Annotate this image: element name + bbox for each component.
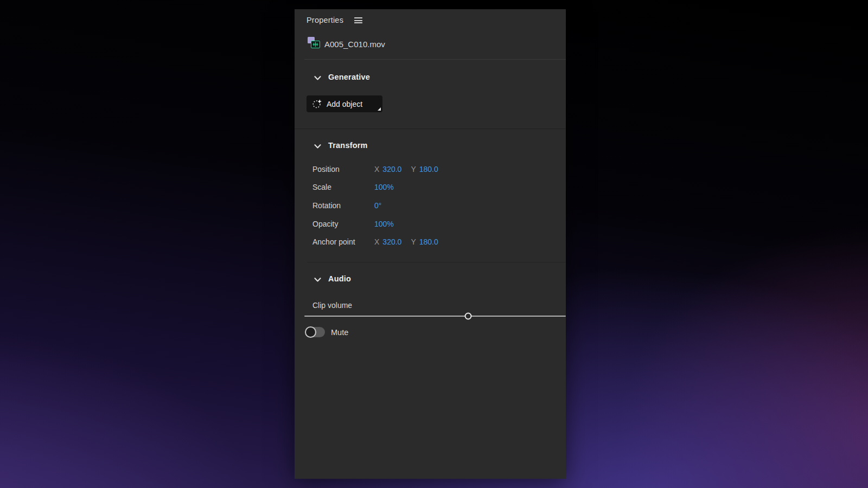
waveform-glyph xyxy=(312,42,318,47)
anchor-x-value[interactable]: 320.0 xyxy=(382,237,401,246)
axis-y-label: Y xyxy=(411,165,416,174)
transform-row-position: Position X320.0Y180.0 xyxy=(295,165,566,175)
row-label: Scale xyxy=(312,183,331,191)
properties-panel: Properties A005_C010.mov Generative Add … xyxy=(295,9,566,479)
transform-row-rotation: Rotation 0° xyxy=(295,201,566,211)
panel-title: Properties xyxy=(307,16,343,24)
row-label: Opacity xyxy=(312,220,338,228)
transform-row-opacity: Opacity 100% xyxy=(295,220,566,229)
mute-toggle[interactable] xyxy=(305,327,325,337)
chevron-down-icon[interactable] xyxy=(314,144,321,149)
section-title-audio[interactable]: Audio xyxy=(328,274,351,283)
anchor-y-value[interactable]: 180.0 xyxy=(419,237,438,246)
row-label: Position xyxy=(312,165,340,174)
clip-volume-label: Clip volume xyxy=(312,301,352,310)
clip-filename: A005_C010.mov xyxy=(324,40,385,49)
clip-volume-slider[interactable] xyxy=(304,313,566,319)
section-title-transform[interactable]: Transform xyxy=(328,141,368,150)
position-x-value[interactable]: 320.0 xyxy=(382,165,401,174)
opacity-value[interactable]: 100% xyxy=(374,220,394,228)
video-audio-clip-icon xyxy=(308,36,322,50)
chevron-down-icon[interactable] xyxy=(314,76,321,81)
position-y-value[interactable]: 180.0 xyxy=(419,165,438,174)
axis-y-label: Y xyxy=(411,237,416,246)
divider xyxy=(304,59,566,60)
mute-toggle-knob[interactable] xyxy=(305,326,316,338)
chevron-down-icon[interactable] xyxy=(314,278,321,282)
divider xyxy=(307,262,566,262)
axis-x-label: X xyxy=(374,165,379,174)
generative-sparkle-icon xyxy=(312,99,322,109)
divider xyxy=(295,129,566,129)
scale-value[interactable]: 100% xyxy=(374,183,394,191)
axis-x-label: X xyxy=(374,237,379,246)
rotation-value[interactable]: 0° xyxy=(374,201,381,210)
clip-volume-handle[interactable] xyxy=(464,313,471,320)
row-label: Rotation xyxy=(312,201,341,210)
section-title-generative[interactable]: Generative xyxy=(328,73,370,81)
mute-label: Mute xyxy=(331,328,348,337)
add-object-button[interactable]: Add object xyxy=(307,95,382,112)
corner-dropdown-triangle xyxy=(378,107,381,111)
clip-volume-track[interactable] xyxy=(304,316,566,317)
row-label: Anchor point xyxy=(312,237,355,246)
transform-row-scale: Scale 100% xyxy=(295,183,566,192)
panel-menu-icon[interactable] xyxy=(354,17,362,23)
transform-row-anchor-point: Anchor point X320.0Y180.0 xyxy=(295,237,566,247)
add-object-label: Add object xyxy=(327,100,362,108)
